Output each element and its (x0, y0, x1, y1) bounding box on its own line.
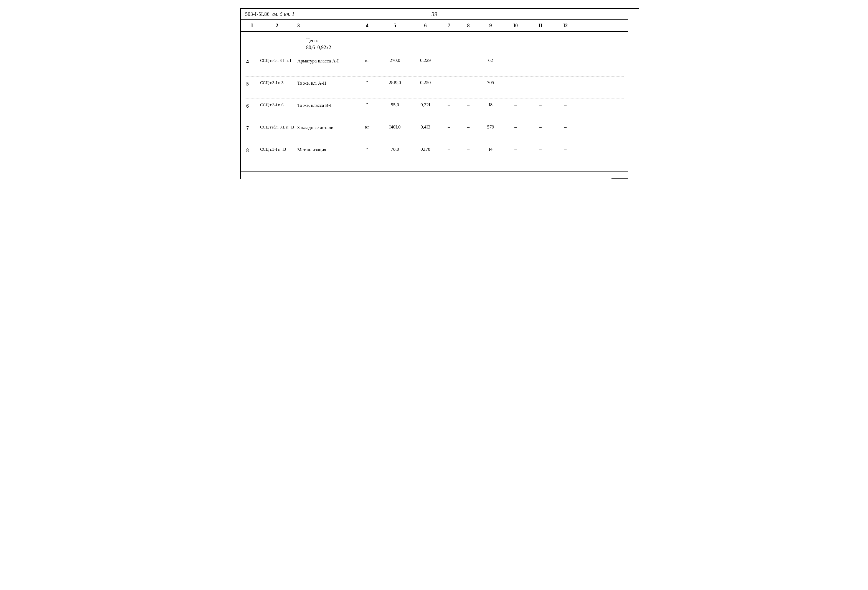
row-5-col8: – (459, 80, 478, 86)
row-6-num: 6 (245, 102, 259, 109)
row-5-num: 5 (245, 80, 259, 87)
row-7-col7: – (439, 124, 459, 130)
row-5-ref: ССЦ т.3-I п.3 (259, 80, 295, 86)
row-7-unit: кг (356, 124, 378, 130)
col-header-11: II (528, 23, 553, 28)
row-4-ref: ССЦ табл. 3-I п. I (259, 58, 295, 64)
row-4-num: 4 (245, 58, 259, 65)
content-area: Цена: 80,6–0,92x2 4 ССЦ табл. 3-I п. I А… (241, 32, 628, 166)
col-header-4: 4 (356, 23, 378, 28)
row-5-col6: 0,250 (412, 80, 439, 86)
row-7-col8: – (459, 124, 478, 130)
row-6-col11: – (528, 102, 553, 108)
col-header-8: 8 (459, 23, 478, 28)
col-header-1: I (245, 23, 259, 28)
row-5-col11: – (528, 80, 553, 86)
col-header-12: I2 (553, 23, 578, 28)
row-5-col10: – (503, 80, 528, 86)
row-6-col6: 0,32I (412, 102, 439, 108)
row-6-col8: – (459, 102, 478, 108)
price-note: Цена: 80,6–0,92x2 (245, 32, 624, 55)
doc-title: 503-I-5I.86 ал. 5 кн. 1 (245, 11, 295, 17)
row-8-col5: 78,0 (378, 146, 412, 152)
row-5-col9: 705 (478, 80, 503, 86)
col-header-10: I0 (503, 23, 528, 28)
row-6-unit: " (356, 102, 378, 108)
page-wrapper: 503-I-5I.86 ал. 5 кн. 1 39 I 2 3 4 5 6 7… (240, 8, 628, 179)
row-8-col6: 0,I78 (412, 146, 439, 152)
row-4-col5: 270,0 (378, 58, 412, 63)
row-7-ref: ССЦ табл. 3.I. п. I3 (259, 124, 295, 130)
row-4-col7: – (439, 58, 459, 63)
price-label: Цена: (306, 38, 624, 44)
row-6-col12: – (553, 102, 578, 108)
row-8-col11: – (528, 146, 553, 152)
table-row: 8 ССЦ т.3-I п. I3 Металлизация " 78,0 0,… (245, 143, 624, 166)
bottom-right-border-line (611, 179, 628, 179)
row-5-unit: " (356, 80, 378, 86)
column-headers-row: I 2 3 4 5 6 7 8 9 I0 II I2 (241, 20, 628, 32)
page-number: 39 (432, 11, 437, 18)
row-8-unit: " (356, 146, 378, 152)
row-7-col5: I40I,0 (378, 124, 412, 130)
row-6-ref: ССЦ т.3-I п.6 (259, 102, 295, 108)
table-row: 5 ССЦ т.3-I п.3 То же, кл. А-II " 28I9,0… (245, 77, 624, 99)
row-5-col5: 28I9,0 (378, 80, 412, 86)
row-5-col7: – (439, 80, 459, 86)
row-4-col6: 0,229 (412, 58, 439, 63)
row-7-col10: – (503, 124, 528, 130)
col-header-6: 6 (412, 23, 439, 28)
row-7-col9: 579 (478, 124, 503, 130)
col-header-5: 5 (378, 23, 412, 28)
row-8-col9: I4 (478, 146, 503, 152)
bottom-border (241, 171, 628, 179)
row-4-col11: – (528, 58, 553, 63)
table-row: 4 ССЦ табл. 3-I п. I Арматура класса А-I… (245, 55, 624, 77)
row-8-col10: – (503, 146, 528, 152)
col-header-7: 7 (439, 23, 459, 28)
row-4-col10: – (503, 58, 528, 63)
row-6-desc: То же, класса В-I (295, 102, 356, 109)
row-7-col12: – (553, 124, 578, 130)
top-right-border-line (623, 8, 639, 9)
row-4-col9: 62 (478, 58, 503, 63)
row-7-col6: 0,4I3 (412, 124, 439, 130)
table-row: 7 ССЦ табл. 3.I. п. I3 Закладные детали … (245, 121, 624, 143)
col-header-9: 9 (478, 23, 503, 28)
row-4-col8: – (459, 58, 478, 63)
table-row: 6 ССЦ т.3-I п.6 То же, класса В-I " 55,0… (245, 99, 624, 121)
row-4-col12: – (553, 58, 578, 63)
price-formula: 80,6–0,92x2 (306, 45, 624, 50)
row-5-col12: – (553, 80, 578, 86)
row-7-num: 7 (245, 124, 259, 131)
row-8-desc: Металлизация (295, 146, 356, 153)
row-4-unit: кг (356, 58, 378, 63)
row-6-col10: – (503, 102, 528, 108)
row-7-desc: Закладные детали (295, 124, 356, 131)
row-8-num: 8 (245, 146, 259, 154)
row-8-col7: – (439, 146, 459, 152)
row-6-col9: I8 (478, 102, 503, 108)
row-4-desc: Арматура класса А-I (295, 58, 356, 64)
row-6-col5: 55,0 (378, 102, 412, 108)
row-8-ref: ССЦ т.3-I п. I3 (259, 146, 295, 152)
row-6-col7: – (439, 102, 459, 108)
col-header-2: 2 (259, 23, 295, 28)
row-7-col11: – (528, 124, 553, 130)
top-bar: 503-I-5I.86 ал. 5 кн. 1 39 (241, 9, 628, 20)
row-8-col12: – (553, 146, 578, 152)
row-8-col8: – (459, 146, 478, 152)
col-header-3: 3 (295, 23, 356, 28)
row-5-desc: То же, кл. А-II (295, 80, 356, 87)
